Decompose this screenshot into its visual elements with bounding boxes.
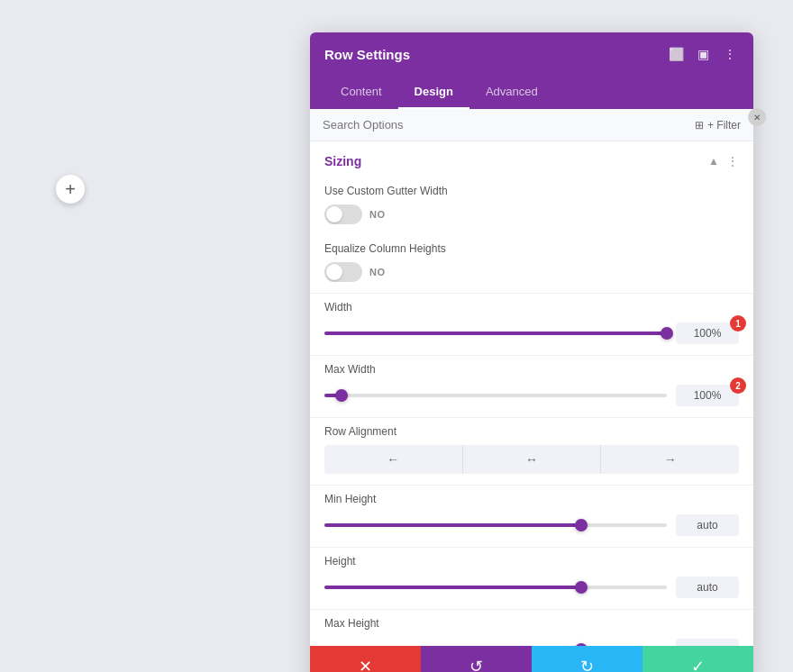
height-slider-fill <box>324 586 581 589</box>
section-options-icon[interactable]: ⋮ <box>726 154 739 168</box>
max-width-row: Max Width 2 <box>310 356 753 417</box>
panel-footer: ✕ ↺ ↻ ✓ <box>310 646 753 672</box>
panel-header-icons: ⬜ ▣ ⋮ <box>667 45 739 63</box>
tab-design[interactable]: Design <box>398 76 469 109</box>
panel-title: Row Settings <box>324 47 410 62</box>
max-height-label: Max Height <box>324 617 739 630</box>
row-settings-panel: Row Settings ⬜ ▣ ⋮ Content Design Advanc… <box>310 32 753 672</box>
plus-icon: + <box>65 179 76 200</box>
width-badge: 1 <box>730 315 746 331</box>
confirm-button[interactable]: ✓ <box>643 646 753 672</box>
max-height-row: Max Height <box>310 610 753 646</box>
height-slider-thumb[interactable] <box>575 581 588 594</box>
width-slider-track[interactable] <box>324 331 667 335</box>
equalize-heights-row: Equalize Column Heights NO <box>310 235 753 293</box>
height-slider-wrap <box>324 577 739 598</box>
panel-header: Row Settings ⬜ ▣ ⋮ <box>310 32 753 76</box>
tab-content[interactable]: Content <box>324 76 398 109</box>
max-width-value-wrap: 2 <box>676 385 739 406</box>
custom-gutter-row: Use Custom Gutter Width NO <box>310 177 753 235</box>
sizing-title: Sizing <box>324 154 361 168</box>
width-slider-fill <box>324 331 667 335</box>
align-center-button[interactable]: ↔ <box>462 445 601 474</box>
confirm-icon: ✓ <box>691 657 705 672</box>
max-width-slider-thumb[interactable] <box>335 389 348 402</box>
max-width-slider-track[interactable] <box>324 394 667 397</box>
custom-gutter-toggle-wrap: NO <box>324 204 739 224</box>
redo-icon: ↻ <box>580 657 594 672</box>
height-value-input[interactable] <box>676 577 739 598</box>
collapse-icon[interactable]: ▲ <box>708 155 719 168</box>
equalize-heights-toggle-label: NO <box>369 267 386 277</box>
tabs-bar: Content Design Advanced <box>310 76 753 109</box>
min-height-slider-thumb[interactable] <box>575 519 588 531</box>
min-height-slider-wrap <box>324 514 739 536</box>
max-height-slider-wrap <box>324 639 739 646</box>
row-alignment-label: Row Alignment <box>324 425 739 438</box>
more-options-icon[interactable]: ⋮ <box>721 45 739 63</box>
max-height-slider-thumb[interactable] <box>575 643 588 646</box>
max-height-value-input[interactable] <box>676 639 739 646</box>
align-right-button[interactable]: → <box>600 445 739 474</box>
tab-advanced[interactable]: Advanced <box>469 76 554 109</box>
redo-button[interactable]: ↻ <box>532 646 643 672</box>
min-height-label: Min Height <box>324 493 739 505</box>
equalize-heights-toggle[interactable] <box>324 262 362 282</box>
add-element-button[interactable]: + <box>56 175 85 204</box>
width-value-wrap: 1 <box>676 322 739 344</box>
min-height-slider-fill <box>324 523 581 527</box>
custom-gutter-label: Use Custom Gutter Width <box>324 185 739 197</box>
height-label: Height <box>324 555 739 568</box>
width-row: Width 1 <box>310 294 753 355</box>
panel-body: Sizing ▲ ⋮ Use Custom Gutter Width NO Eq… <box>310 141 753 646</box>
custom-gutter-toggle-label: NO <box>369 209 386 220</box>
max-width-slider-wrap: 2 <box>324 385 739 406</box>
row-alignment-row: Row Alignment ← ↔ → <box>310 418 753 485</box>
height-row: Height <box>310 548 753 609</box>
desktop-icon[interactable]: ⬜ <box>667 45 685 63</box>
min-height-slider-track[interactable] <box>324 523 667 527</box>
panel-close-button[interactable]: ✕ <box>748 108 766 126</box>
width-label: Width <box>324 301 739 313</box>
align-left-button[interactable]: ← <box>324 445 462 474</box>
max-width-badge: 2 <box>730 377 746 394</box>
section-header-icons: ▲ ⋮ <box>708 154 739 168</box>
max-width-label: Max Width <box>324 363 739 376</box>
custom-gutter-toggle[interactable] <box>324 204 362 224</box>
cancel-icon: ✕ <box>359 657 372 672</box>
reset-icon: ↺ <box>469 657 483 672</box>
min-height-row: Min Height <box>310 486 753 547</box>
min-height-value-input[interactable] <box>676 514 739 536</box>
equalize-heights-toggle-wrap: NO <box>324 262 739 282</box>
tablet-icon[interactable]: ▣ <box>694 45 712 63</box>
equalize-heights-label: Equalize Column Heights <box>324 242 739 255</box>
cancel-button[interactable]: ✕ <box>310 646 421 672</box>
search-input[interactable] <box>323 118 695 132</box>
row-alignment-buttons: ← ↔ → <box>324 445 739 474</box>
filter-icon: ⊞ <box>695 119 704 132</box>
width-slider-wrap: 1 <box>324 322 739 344</box>
reset-button[interactable]: ↺ <box>421 646 532 672</box>
height-slider-track[interactable] <box>324 586 667 589</box>
filter-button[interactable]: ⊞ + Filter <box>695 119 741 132</box>
search-bar: ⊞ + Filter <box>310 109 753 141</box>
sizing-section-header: Sizing ▲ ⋮ <box>310 141 753 177</box>
width-slider-thumb[interactable] <box>661 327 673 340</box>
